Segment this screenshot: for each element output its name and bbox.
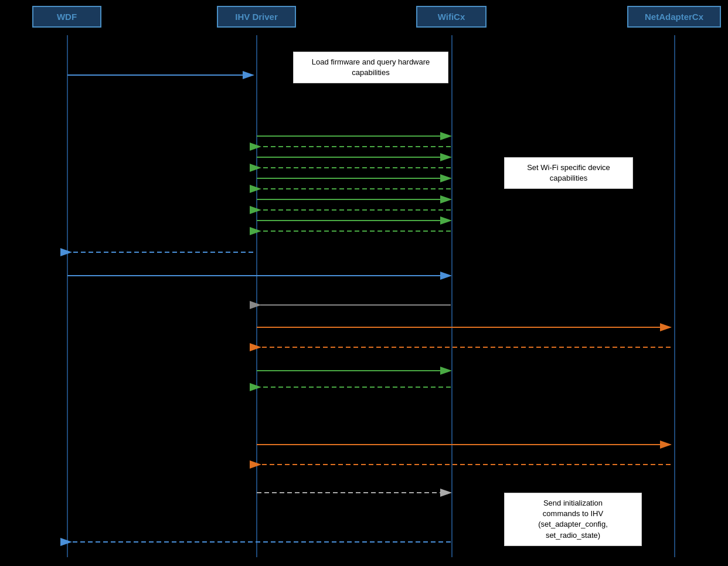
sequence-diagram: WDF IHV Driver WifiCx NetAdapterCx Load …	[0, 0, 728, 566]
lifeline-ihv: IHV Driver	[217, 6, 296, 28]
annotation-init-commands: Send initializationcommands to IHV(set_a…	[504, 493, 642, 546]
lifeline-netadapter: NetAdapterCx	[627, 6, 721, 28]
annotation-wifi-capabilities: Set Wi-Fi specific device capabilities	[504, 157, 633, 189]
annotation-load-firmware: Load firmware and query hardware capabil…	[293, 52, 448, 83]
lifeline-line-wdf	[67, 35, 68, 557]
lifeline-line-netadapter	[674, 35, 675, 557]
lifeline-wdf: WDF	[32, 6, 101, 28]
lifeline-line-ihv	[256, 35, 257, 557]
lifeline-wificx: WifiCx	[416, 6, 487, 28]
lifeline-line-wificx	[451, 35, 453, 557]
